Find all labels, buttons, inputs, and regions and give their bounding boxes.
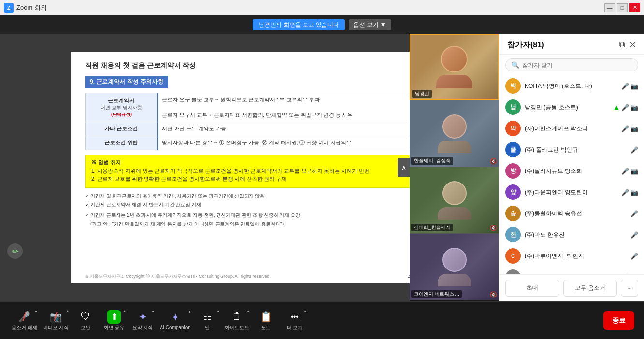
participant-name: (주) 폴리그린 박인규 bbox=[525, 146, 627, 154]
chevron-up-icon: ▲ bbox=[34, 309, 38, 313]
search-participants[interactable]: 🔍 bbox=[505, 58, 638, 71]
participant-icons: 🎤 📷 bbox=[621, 189, 638, 196]
left-panel: ⊞ 보기 직원 채용의 첫 걸음 근로계약서 작성 9. 근로계약서 작성 주의… bbox=[0, 34, 499, 301]
video-label-3: 김태희_한솔제지 bbox=[411, 224, 453, 231]
apps-button[interactable]: ⚏ 앱 ▲ bbox=[194, 308, 221, 333]
share-label: 화면 공유 bbox=[104, 325, 125, 331]
table-row: 근로조건 위반 명시사항과 다른 경우→ ① 손배청구 가능, ② 계약 해시권… bbox=[86, 136, 414, 150]
strikethrough-icon: / bbox=[49, 310, 62, 324]
table-label-cell: 근로계약서 서면 교부 명시사항 (단속규정) bbox=[86, 93, 158, 122]
mute-icon: 🎤 bbox=[621, 168, 629, 175]
strikethrough-icon: / bbox=[17, 310, 31, 324]
summary-icon: ✦ bbox=[136, 310, 149, 324]
body bbox=[438, 207, 471, 220]
participant-icons: 🎤 bbox=[630, 231, 638, 239]
table-row: 근로계약서 서면 교부 명시사항 (단속규정) 근로자 요구 불문 교부→ 원칙… bbox=[86, 93, 414, 122]
table-label-cell: 근로조건 위반 bbox=[86, 136, 158, 150]
mute-icon: 🎤 bbox=[630, 253, 638, 260]
mic-active-icon: 🎤 bbox=[621, 104, 629, 111]
table-content-cell: 근로자 요구 불문 교부→ 원칙적으로 근로계약서 1부 교부의무 부과 근로자… bbox=[158, 93, 414, 122]
avatar: 양 bbox=[505, 184, 521, 200]
slide-container: 직원 채용의 첫 걸음 근로계약서 작성 9. 근로계약서 작성 주의사항 근로… bbox=[71, 52, 428, 283]
slide-main-title: 직원 채용의 첫 걸음 근로계약서 작성 bbox=[85, 61, 414, 70]
close-button[interactable]: ✕ bbox=[629, 3, 640, 12]
avatar: 고 bbox=[505, 269, 521, 274]
chevron-up-icon: ▲ bbox=[303, 309, 307, 313]
invite-button[interactable]: 초대 bbox=[505, 280, 559, 297]
title-bar: Z Zoom 회의 — □ ✕ bbox=[0, 0, 644, 15]
collapse-video-button[interactable]: ∧ bbox=[398, 158, 410, 177]
participant-icons: 🎤 📷 bbox=[621, 83, 638, 90]
participant-icons: 🎤 📷 bbox=[621, 274, 638, 275]
video-off-icon: 📷 bbox=[630, 274, 638, 275]
mute-button[interactable]: 🎤 / 음소거 해제 ▲ bbox=[10, 308, 39, 333]
highlight-box: ※ 입법 취지 1. 사용종속적 지위에 있는 근로자가 적극적으로 근로조건을… bbox=[85, 155, 414, 188]
ai-companion-button[interactable]: ✦ AI Companion ▲ bbox=[158, 309, 192, 332]
muted-icon: 🔇 bbox=[490, 158, 497, 165]
participant-name: (주)동원하이텍 송유선 bbox=[525, 210, 627, 218]
avatar bbox=[442, 181, 467, 205]
video-label-2: 한솔제지_김정숙 bbox=[411, 157, 453, 165]
list-item: 송 (주)동원하이텍 송유선 🎤 bbox=[499, 203, 644, 224]
participant-icons: 🎤 📷 bbox=[621, 168, 638, 175]
footer-copyright: ⊙ 서울노무사사무소 Copyright ⓒ 서울노무사사무소 & HR Con… bbox=[85, 273, 271, 280]
annotation-pen-button[interactable]: ✏ bbox=[7, 243, 23, 259]
bullet-item: ✓ 기간제 및 파견근로자의 육아휴직 기간 : 사용기간 또는 파견기간에 산… bbox=[85, 192, 414, 200]
mute-icon: 🎤 bbox=[630, 210, 638, 217]
whiteboard-button[interactable]: 🗒 화이트보드 ▲ bbox=[223, 308, 251, 333]
header-icons: ⧉ ✕ bbox=[619, 40, 636, 50]
mute-all-button[interactable]: 모두 음소거 bbox=[563, 280, 617, 297]
participant-name: (주)날리지큐브 방소희 bbox=[525, 167, 617, 175]
options-button[interactable]: 옵션 보기 ▼ bbox=[349, 19, 391, 30]
video-on-icon: 📷 bbox=[630, 104, 638, 111]
mute-label: 음소거 해제 bbox=[12, 325, 37, 331]
close-participants-icon[interactable]: ✕ bbox=[629, 40, 636, 50]
participant-name: (주)마루이엔지_박현지 bbox=[525, 252, 627, 260]
list-item: 남 남경민 (공동 호스트) ▲ 🎤 📷 bbox=[499, 97, 644, 118]
app-icon: Z bbox=[4, 3, 14, 13]
slide-footer: ⊙ 서울노무사사무소 Copyright ⓒ 서울노무사사무소 & HR Con… bbox=[85, 273, 414, 280]
whiteboard-icon: 🗒 bbox=[230, 310, 244, 324]
participant-name: (자)어반스케이프 박소리 bbox=[525, 125, 617, 133]
bullet-item: ✓ 기간제 근로자는 2년 초과 시에 무기계약직으로 자동 전환, 갱신기대관… bbox=[85, 211, 414, 228]
security-button[interactable]: 🛡 보안 bbox=[73, 308, 99, 333]
more-button[interactable]: ••• 더 보기 ▲ bbox=[281, 308, 308, 333]
summary-button[interactable]: ✦ 요약 시작 ▲ bbox=[130, 308, 156, 333]
avatar bbox=[441, 46, 468, 72]
end-meeting-button[interactable]: 종료 bbox=[603, 311, 634, 330]
video-off-icon: 📷 bbox=[630, 168, 638, 175]
participants-footer: 초대 모두 음소거 ··· bbox=[499, 274, 644, 301]
more-footer-button[interactable]: ··· bbox=[621, 280, 638, 297]
mute-icon: 🎤 bbox=[621, 125, 629, 132]
search-input[interactable] bbox=[522, 62, 632, 69]
table-content-cell: 서면 아닌 구두 계약도 가능 bbox=[158, 122, 414, 136]
video-label-1: 남경민 bbox=[412, 90, 432, 98]
ai-label: AI Companion bbox=[160, 325, 190, 330]
highlight-item-1: 1. 사용종속적 지위에 있는 근로자가 적극적으로 근로조건을 명시한 근로계… bbox=[91, 168, 408, 175]
toolbar-left-group: 🎤 / 음소거 해제 ▲ 📷 / 비디오 시작 ▲ 🛡 보안 ⬆ 화면 공유 ▲ bbox=[10, 308, 308, 333]
mute-icon: 🎤 / bbox=[17, 310, 31, 324]
video-off-icon: 📷 bbox=[630, 189, 638, 196]
share-active-icon: ▲ bbox=[613, 103, 620, 111]
avatar: 폴 bbox=[505, 142, 521, 157]
slide-section-header: 9. 근로계약서 작성 주의사항 bbox=[85, 76, 168, 88]
notes-button[interactable]: 📋 노트 bbox=[253, 308, 279, 333]
video-tile-core: 🔇 코어엔지 네트워스 ... bbox=[410, 234, 499, 300]
participants-panel: 참가자(81) ⧉ ✕ 🔍 박 KOITA 박영미 (호스트, 나) 🎤 📷 bbox=[499, 34, 644, 301]
video-button[interactable]: 📷 / 비디오 시작 ▲ bbox=[41, 308, 71, 333]
share-screen-button[interactable]: ⬆ 화면 공유 ▲ bbox=[101, 308, 128, 333]
popout-icon[interactable]: ⧉ bbox=[619, 40, 625, 50]
chevron-up-icon: ▲ bbox=[151, 309, 155, 313]
avatar bbox=[442, 114, 467, 139]
mute-icon: 🎤 bbox=[630, 231, 638, 239]
participant-name: (주)마노 한유진 bbox=[525, 231, 627, 239]
minimize-button[interactable]: — bbox=[604, 3, 615, 12]
maximize-button[interactable]: □ bbox=[617, 3, 628, 12]
summary-label: 요약 시작 bbox=[132, 325, 153, 331]
video-off-icon: 📷 bbox=[630, 125, 638, 132]
video-tile-hansol: 🔇 한솔제지_김정숙 bbox=[410, 100, 499, 167]
mute-icon: 🎤 bbox=[621, 189, 629, 196]
chevron-up-icon: ▲ bbox=[66, 309, 70, 313]
muted-icon: 🔇 bbox=[490, 225, 497, 231]
participant-list: 박 KOITA 박영미 (호스트, 나) 🎤 📷 남 남경민 (공동 호스트) … bbox=[499, 75, 644, 274]
